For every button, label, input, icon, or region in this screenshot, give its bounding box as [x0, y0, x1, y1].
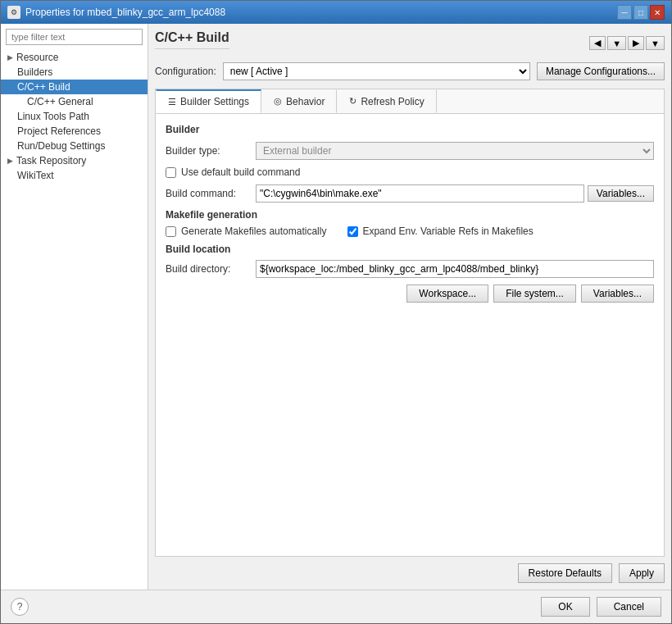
- generate-makefiles-row: Generate Makefiles automatically Expand …: [166, 225, 654, 237]
- location-button-row: Workspace... File system... Variables...: [166, 285, 654, 303]
- sidebar-item-label: Linux Tools Path: [17, 111, 89, 122]
- sidebar-item-label: C/C++ General: [27, 96, 93, 107]
- restore-defaults-button[interactable]: Restore Defaults: [518, 563, 612, 583]
- build-directory-input[interactable]: [256, 260, 654, 278]
- nav-dropdown-button[interactable]: ▼: [607, 36, 626, 50]
- sidebar-item-label: Builders: [17, 66, 52, 78]
- bottom-bar-right: OK Cancel: [541, 597, 661, 617]
- main-window: ⚙ Properties for mbed_blinky_gcc_arm_lpc…: [0, 0, 672, 624]
- manage-configurations-button[interactable]: Manage Configurations...: [537, 62, 665, 80]
- config-select[interactable]: new [ Active ]: [223, 62, 530, 80]
- build-location-section: Build location: [166, 244, 654, 255]
- panel-header-row: C/C++ Build ◀ ▼ ▶ ▼: [155, 30, 665, 56]
- tab-label: Builder Settings: [180, 96, 249, 107]
- config-label: Configuration:: [155, 66, 216, 77]
- title-bar: ⚙ Properties for mbed_blinky_gcc_arm_lpc…: [1, 1, 671, 24]
- variables-button-2[interactable]: Variables...: [581, 285, 654, 303]
- generate-makefiles-checkbox[interactable]: [166, 226, 176, 237]
- nav-forward-button[interactable]: ▶: [628, 36, 644, 50]
- use-default-label: Use default build command: [181, 166, 300, 178]
- sidebar-item-task-repository[interactable]: ▶ Task Repository: [1, 153, 148, 168]
- cancel-button[interactable]: Cancel: [597, 597, 661, 617]
- arrow-icon: ▶: [7, 53, 13, 61]
- restore-apply-row: Restore Defaults Apply: [155, 563, 665, 583]
- main-panel: C/C++ Build ◀ ▼ ▶ ▼ Configuration: new […: [148, 24, 671, 590]
- build-command-label: Build command:: [166, 188, 256, 199]
- content-area: ▶ Resource Builders C/C++ Build C/C++ Ge…: [1, 24, 671, 590]
- sidebar-item-label: WikiText: [17, 170, 54, 181]
- minimize-button[interactable]: ─: [617, 5, 632, 20]
- build-command-row: Build command: Variables...: [166, 184, 654, 203]
- tabs-container: ☰ Builder Settings ◎ Behavior ↻ Refresh …: [155, 89, 665, 557]
- sidebar-item-cpp-general[interactable]: C/C++ General: [1, 94, 148, 109]
- tab-refresh-policy[interactable]: ↻ Refresh Policy: [337, 89, 436, 113]
- window-title: Properties for mbed_blinky_gcc_arm_lpc40…: [25, 7, 225, 18]
- bottom-bar: ? OK Cancel: [1, 590, 671, 623]
- tab-builder-settings[interactable]: ☰ Builder Settings: [156, 89, 261, 113]
- sidebar-item-run-debug[interactable]: Run/Debug Settings: [1, 139, 148, 153]
- expand-env-checkbox[interactable]: [347, 226, 358, 237]
- sidebar-item-label: C/C++ Build: [17, 81, 70, 93]
- makefile-section-title: Makefile generation: [166, 209, 654, 221]
- tabs-header: ☰ Builder Settings ◎ Behavior ↻ Refresh …: [156, 89, 664, 114]
- title-bar-buttons: ─ □ ✕: [617, 5, 665, 20]
- ok-button[interactable]: OK: [541, 597, 589, 617]
- arrow-icon: ▶: [7, 157, 13, 165]
- close-button[interactable]: ✕: [650, 5, 665, 20]
- help-button[interactable]: ?: [11, 598, 29, 616]
- refresh-icon: ↻: [349, 96, 356, 107]
- tab-content-builder-settings: Builder Builder type: External builder U…: [156, 114, 664, 556]
- sidebar-item-linux-tools-path[interactable]: Linux Tools Path: [1, 109, 148, 124]
- sidebar-item-label: Resource: [16, 52, 58, 63]
- builder-section-title: Builder: [166, 124, 654, 135]
- sidebar-item-cpp-build[interactable]: C/C++ Build: [1, 80, 148, 94]
- generate-makefiles-label: Generate Makefiles automatically: [181, 225, 326, 237]
- sidebar-item-builders[interactable]: Builders: [1, 65, 148, 80]
- config-row: Configuration: new [ Active ] Manage Con…: [155, 62, 665, 80]
- sidebar-item-label: Task Repository: [16, 155, 86, 166]
- use-default-checkbox[interactable]: [166, 167, 176, 178]
- tab-label: Refresh Policy: [361, 96, 424, 107]
- nav-forward-dropdown-button[interactable]: ▼: [646, 36, 665, 50]
- sidebar-item-resource[interactable]: ▶ Resource: [1, 50, 148, 65]
- apply-button[interactable]: Apply: [619, 563, 665, 583]
- build-command-input[interactable]: [256, 184, 584, 203]
- tab-behavior[interactable]: ◎ Behavior: [261, 89, 337, 113]
- panel-title: C/C++ Build: [155, 30, 229, 49]
- sidebar-item-label: Run/Debug Settings: [17, 140, 105, 152]
- workspace-button[interactable]: Workspace...: [406, 285, 488, 303]
- builder-settings-icon: ☰: [168, 97, 176, 107]
- sidebar-item-label: Project References: [17, 125, 101, 137]
- file-system-button[interactable]: File system...: [493, 285, 576, 303]
- sidebar-item-project-references[interactable]: Project References: [1, 124, 148, 139]
- nav-controls: ◀ ▼ ▶ ▼: [589, 36, 665, 50]
- tab-label: Behavior: [286, 96, 325, 107]
- maximize-button[interactable]: □: [633, 5, 648, 20]
- expand-env-label: Expand Env. Variable Refs in Makefiles: [362, 225, 533, 237]
- variables-button-1[interactable]: Variables...: [588, 185, 654, 202]
- builder-type-row: Builder type: External builder: [166, 142, 654, 160]
- use-default-checkbox-row: Use default build command: [166, 166, 654, 178]
- sidebar: ▶ Resource Builders C/C++ Build C/C++ Ge…: [1, 24, 148, 590]
- sidebar-item-wikitext[interactable]: WikiText: [1, 168, 148, 183]
- app-icon: ⚙: [7, 6, 20, 19]
- builder-type-label: Builder type:: [166, 145, 256, 157]
- title-bar-left: ⚙ Properties for mbed_blinky_gcc_arm_lpc…: [7, 6, 225, 19]
- nav-back-button[interactable]: ◀: [589, 36, 606, 50]
- builder-type-select[interactable]: External builder: [256, 142, 654, 160]
- filter-input[interactable]: [6, 29, 143, 45]
- bottom-bar-left: ?: [11, 598, 29, 616]
- behavior-icon: ◎: [274, 96, 282, 107]
- build-directory-label: Build directory:: [166, 263, 256, 275]
- build-directory-row: Build directory:: [166, 260, 654, 278]
